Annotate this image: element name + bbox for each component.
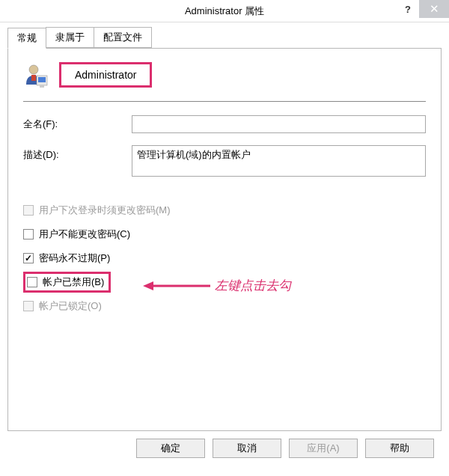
disabled-highlight: 帐户已禁用(B) — [23, 272, 111, 293]
close-button[interactable]: ✕ — [419, 0, 449, 18]
checkbox-never-expire[interactable] — [23, 253, 34, 263]
annotation: 左键点击去勾 — [143, 277, 291, 294]
divider — [23, 101, 426, 102]
user-header: Administrator — [23, 62, 426, 88]
dialog-button-row: 确定 取消 应用(A) 帮助 — [7, 431, 442, 458]
tab-panel-general: Administrator 全名(F): 描述(D): 用户下次登录时须更改密码… — [7, 48, 442, 431]
cancel-button[interactable]: 取消 — [213, 439, 281, 458]
help-button[interactable]: 帮助 — [365, 439, 434, 458]
tab-general[interactable]: 常规 — [7, 28, 46, 49]
chk-row-never-expire[interactable]: 密码永不过期(P) — [23, 250, 426, 266]
window-title: Administrator 属性 — [185, 4, 264, 18]
fullname-input[interactable] — [132, 115, 426, 133]
label-disabled: 帐户已禁用(B) — [43, 275, 104, 289]
window-controls: ? ✕ — [397, 0, 449, 22]
checkbox-locked — [23, 301, 34, 311]
help-button[interactable]: ? — [397, 0, 419, 18]
dialog-body: 常规 隶属于 配置文件 Administrator 全名(F): — [0, 22, 449, 458]
checkbox-cannot-change[interactable] — [23, 229, 34, 239]
arrow-icon — [143, 280, 210, 292]
username-highlight: Administrator — [59, 62, 152, 88]
titlebar: Administrator 属性 ? ✕ — [0, 0, 449, 22]
label-cannot-change: 用户不能更改密码(C) — [39, 228, 130, 241]
tabstrip: 常规 隶属于 配置文件 — [7, 27, 442, 48]
label-locked: 帐户已锁定(O) — [39, 299, 102, 313]
user-icon — [23, 62, 49, 88]
ok-button[interactable]: 确定 — [136, 439, 205, 458]
svg-rect-4 — [40, 85, 44, 88]
tab-profile[interactable]: 配置文件 — [94, 27, 152, 48]
description-row: 描述(D): — [23, 145, 426, 177]
label-must-change: 用户下次登录时须更改密码(M) — [39, 204, 171, 217]
fullname-row: 全名(F): — [23, 115, 426, 133]
svg-rect-1 — [31, 75, 36, 81]
tab-memberof[interactable]: 隶属于 — [46, 27, 94, 48]
label-never-expire: 密码永不过期(P) — [39, 251, 110, 265]
chk-row-must-change: 用户下次登录时须更改密码(M) — [23, 202, 426, 219]
checkbox-must-change — [23, 205, 34, 216]
svg-rect-3 — [38, 77, 46, 82]
checkbox-disabled[interactable] — [27, 277, 37, 287]
chk-row-disabled[interactable]: 帐户已禁用(B) 左键点击去勾 — [23, 274, 426, 290]
description-input[interactable] — [132, 145, 426, 177]
description-label: 描述(D): — [23, 145, 132, 162]
svg-point-0 — [29, 65, 38, 74]
checkbox-group: 用户下次登录时须更改密码(M) 用户不能更改密码(C) 密码永不过期(P) 帐户… — [23, 202, 426, 314]
svg-marker-6 — [143, 281, 153, 290]
chk-row-cannot-change[interactable]: 用户不能更改密码(C) — [23, 226, 426, 242]
fullname-label: 全名(F): — [23, 118, 132, 131]
username-text: Administrator — [75, 69, 136, 81]
chk-row-locked: 帐户已锁定(O) — [23, 298, 426, 314]
apply-button[interactable]: 应用(A) — [289, 439, 358, 458]
annotation-text: 左键点击去勾 — [215, 277, 291, 294]
